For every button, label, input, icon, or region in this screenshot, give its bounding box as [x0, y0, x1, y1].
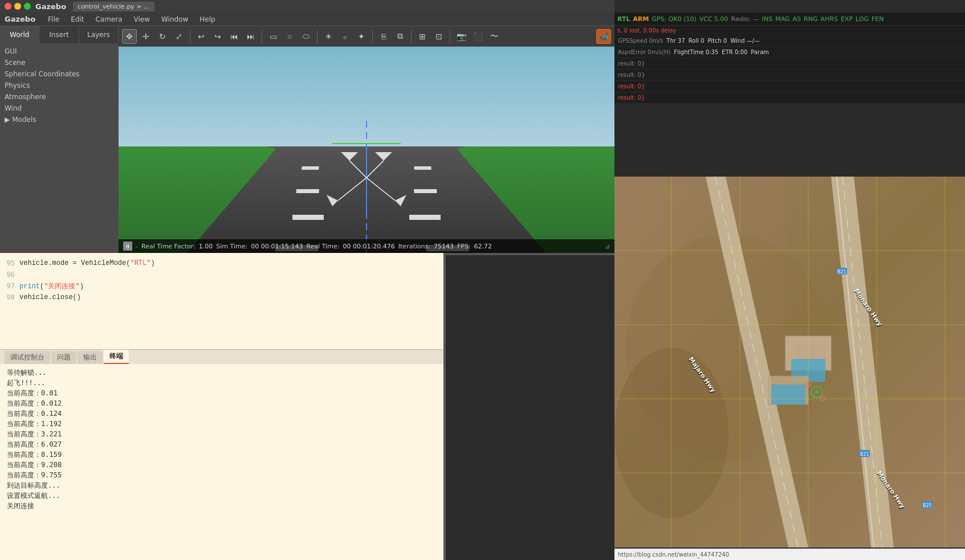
menu-help[interactable]: Help	[196, 14, 218, 24]
console-output[interactable]: 等待解锁... 起飞!!!... 当前高度：0.01 当前高度：0.012 当前…	[0, 364, 443, 560]
minimize-button[interactable]	[14, 3, 21, 10]
step-forward-button[interactable]: ⏭	[243, 29, 258, 44]
spot-light-button[interactable]: ⬦	[337, 29, 352, 44]
viewport-3d[interactable]: ⋮	[119, 47, 614, 253]
tab-insert[interactable]: Insert	[39, 26, 79, 43]
tab-debug-console[interactable]: 调试控制台	[5, 351, 50, 364]
status-rng: RNG	[804, 15, 817, 23]
map-view[interactable]: Majaro Hwy Monaro Hwy Monaro Hwy B21 B21…	[614, 177, 965, 547]
real-time-factor-value: 1.00	[199, 243, 213, 250]
tab-layers[interactable]: Layers	[79, 26, 119, 43]
copy-button[interactable]: ⎘	[376, 29, 391, 44]
console-line: 当前高度：0.124	[7, 408, 437, 419]
menu-camera[interactable]: Camera	[92, 14, 125, 24]
result-rows: result: 0} result: 0} result: 0} result:…	[614, 58, 965, 104]
sun-light-button[interactable]: ☀	[321, 29, 336, 44]
graph-button[interactable]: 〜	[487, 29, 502, 44]
console-line: 设置模式返航...	[7, 490, 437, 501]
sidebar-item-atmosphere[interactable]: Atmosphere	[0, 91, 119, 103]
result-row-0: result: 0}	[614, 58, 965, 70]
scale-tool-button[interactable]: ⤢	[172, 29, 186, 44]
pause-button[interactable]: ⏸	[123, 242, 132, 251]
sphere-button[interactable]: ○	[282, 29, 297, 44]
vertical-resize-divider[interactable]	[443, 253, 446, 560]
camera-button[interactable]: 📹	[596, 29, 611, 44]
undo-button[interactable]: ↩	[194, 29, 209, 44]
status-as: AS	[793, 15, 801, 23]
fps-label: FPS:	[457, 243, 471, 250]
sidebar-item-physics[interactable]: Physics	[0, 80, 119, 91]
maximize-button[interactable]	[24, 3, 31, 10]
separator-2	[262, 30, 262, 43]
real-time-value: 00 00:01:20.476	[343, 243, 394, 250]
code-line-95: 95 vehicle.mode = VehicleMode("RTL")	[0, 257, 443, 269]
cylinder-button[interactable]: ⬭	[299, 29, 313, 44]
real-time-label: Real Time:	[307, 243, 340, 250]
menu-view[interactable]: View	[131, 14, 153, 24]
status-row1: RTL ARM GPS: OK0 (10) VCC 5.00 Radio: — …	[614, 13, 965, 25]
result-row-2: result: 0}	[614, 81, 965, 92]
hud-aspd-row: AspdError 0m/s(H) FlightTime 0:35 ETR 0:…	[614, 47, 965, 58]
console-line: 等待解锁...	[7, 367, 437, 378]
separator-1	[190, 30, 190, 43]
paste-button[interactable]: ⧉	[393, 29, 408, 44]
console-tabs: 调试控制台 问题 输出 终端	[0, 349, 443, 364]
menu-bar: Gazebo File Edit Camera View Window Help	[0, 13, 614, 26]
code-line-98: 98 vehicle.close()	[0, 292, 443, 303]
svg-rect-7	[292, 215, 324, 220]
wind-value: Wind —/—	[730, 38, 760, 44]
file-tab[interactable]: control_vehicle.py > ...	[73, 2, 154, 11]
step-back-button[interactable]: ⏮	[227, 29, 242, 44]
sidebar-item-wind[interactable]: Wind	[0, 103, 119, 114]
separator-3	[317, 30, 317, 43]
point-light-button[interactable]: ✦	[354, 29, 369, 44]
console-line: 当前高度：8.159	[7, 449, 437, 460]
separator-6	[450, 30, 450, 43]
tab-issues[interactable]: 问题	[51, 351, 76, 364]
status-arm: ARM	[633, 15, 649, 23]
snap-button[interactable]: ⊡	[431, 29, 446, 44]
divider	[614, 106, 965, 107]
titlebar: Gazebo control_vehicle.py > ...	[0, 0, 614, 13]
console-line: 当前高度：9.208	[7, 460, 437, 470]
tab-world[interactable]: World	[0, 26, 39, 43]
close-button[interactable]	[5, 3, 11, 10]
console-line: 当前高度：6.027	[7, 439, 437, 449]
separator-4	[372, 30, 373, 43]
status-exp: EXP	[841, 15, 853, 23]
redo-button[interactable]: ↪	[210, 29, 225, 44]
code-line-97: 97 print("关闭连接")	[0, 280, 443, 292]
svg-text:B21: B21	[837, 269, 846, 275]
menu-window[interactable]: Window	[158, 14, 192, 24]
sidebar-item-gui[interactable]: GUI	[0, 46, 119, 57]
app-title: Gazebo	[35, 2, 66, 11]
etr-value: ETR 0:00	[722, 49, 747, 55]
window-controls[interactable]	[5, 3, 31, 10]
separator-5	[411, 30, 412, 43]
console-line: 关闭连接	[7, 501, 437, 511]
select-tool-button[interactable]: ✥	[122, 29, 137, 44]
console-line: 当前高度：3.221	[7, 429, 437, 439]
real-time-factor-label: Real Time Factor:	[141, 243, 196, 250]
sidebar-item-spherical-coords[interactable]: Spherical Coordinates	[0, 68, 119, 80]
svg-point-57	[815, 390, 819, 394]
rotate-tool-button[interactable]: ↻	[155, 29, 170, 44]
tab-terminal[interactable]: 终端	[104, 350, 129, 364]
aspd-error-label: AspdError 0m/s(H)	[618, 49, 670, 55]
tab-output[interactable]: 输出	[78, 351, 103, 364]
status-fen: FEN	[872, 15, 884, 23]
translate-tool-button[interactable]: ✛	[139, 29, 153, 44]
record-button[interactable]: ⬛	[470, 29, 485, 44]
svg-rect-35	[797, 345, 825, 359]
viewport-resize-handle[interactable]: ⊿	[605, 243, 610, 250]
status-rtl: RTL	[617, 15, 630, 23]
menu-edit[interactable]: Edit	[67, 14, 87, 24]
align-button[interactable]: ⊞	[415, 29, 430, 44]
sidebar-item-models[interactable]: ▶ Models	[0, 114, 119, 125]
sidebar-item-scene[interactable]: Scene	[0, 57, 119, 68]
menu-file[interactable]: File	[44, 14, 63, 24]
box-button[interactable]: ▭	[266, 29, 280, 44]
result-row-1: result: 0}	[614, 70, 965, 81]
status-mag: MAG	[775, 15, 789, 23]
screenshot-button[interactable]: 📷	[454, 29, 469, 44]
